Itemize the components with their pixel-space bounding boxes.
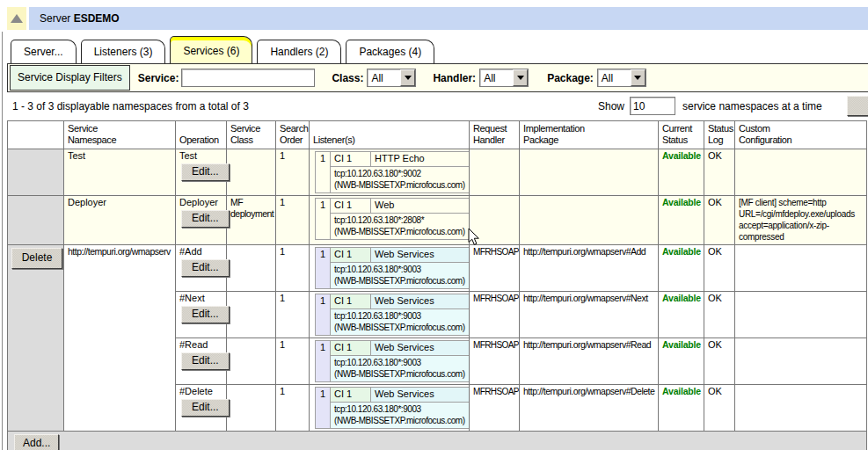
table-footer: Add... bbox=[8, 432, 867, 450]
operation-cell: #DeleteEdit... bbox=[176, 385, 227, 432]
operation-cell: #NextEdit... bbox=[176, 292, 227, 338]
service-class-cell bbox=[227, 149, 276, 196]
implementation-cell bbox=[520, 196, 659, 245]
custom-config-cell bbox=[735, 245, 867, 292]
tab-listeners[interactable]: Listeners (3) bbox=[81, 40, 166, 64]
listener-ci: CI 1 bbox=[331, 294, 371, 309]
tab-server[interactable]: Server... bbox=[11, 40, 77, 64]
listener-box: 1 CI 1 Web Services tcp:10.120.63.180*:9… bbox=[315, 294, 470, 336]
tab-handlers[interactable]: Handlers (2) bbox=[257, 40, 341, 64]
header-status-log: Status Log bbox=[704, 121, 735, 149]
class-filter-label: Class: bbox=[332, 72, 363, 84]
listener-box: 1 CI 1 HTTP Echo tcp:10.120.63.180*:9002… bbox=[315, 151, 470, 193]
listener-box: 1 CI 1 Web tcp:10.120.63.180*:2808*(NWB-… bbox=[315, 198, 470, 240]
implementation-cell: http://tempuri.org/wmapserv#Delete bbox=[520, 385, 659, 432]
edit-button[interactable]: Edit... bbox=[181, 210, 230, 228]
show-suffix: service namespaces at a time bbox=[682, 100, 822, 112]
service-class-cell bbox=[227, 292, 276, 338]
services-table: Service Namespace Operation Service Clas… bbox=[7, 120, 867, 450]
status-log-cell: OK bbox=[704, 196, 735, 245]
operation-name: #Next bbox=[179, 293, 205, 303]
operation-cell: #ReadEdit... bbox=[176, 338, 227, 385]
mouse-cursor bbox=[468, 228, 480, 246]
package-filter-select[interactable]: All bbox=[597, 69, 646, 87]
service-class-cell bbox=[227, 385, 276, 432]
listener-number: 1 bbox=[316, 341, 331, 382]
package-filter-value: All bbox=[598, 69, 631, 86]
set-button-partial[interactable] bbox=[847, 96, 868, 116]
namespace-cell: Test bbox=[64, 149, 176, 196]
request-handler-cell: MFRHSOAP bbox=[470, 292, 520, 338]
status-log-cell: OK bbox=[704, 385, 735, 432]
listeners-cell: 1 CI 1 Web Services tcp:10.120.63.180*:9… bbox=[310, 292, 470, 338]
service-filter-input[interactable] bbox=[181, 69, 315, 87]
edit-button[interactable]: Edit... bbox=[181, 399, 230, 417]
listener-box: 1 CI 1 Web Services tcp:10.120.63.180*:9… bbox=[315, 340, 470, 382]
header-request-handler: Request Handler bbox=[470, 121, 520, 149]
current-status-cell: Available bbox=[659, 292, 704, 338]
service-class-cell: MF deployment bbox=[227, 196, 276, 245]
collapse-button[interactable] bbox=[7, 7, 26, 30]
edit-button[interactable]: Edit... bbox=[181, 259, 230, 277]
status-log-cell: OK bbox=[704, 149, 735, 196]
tab-bar: Server... Listeners (3) Services (6) Han… bbox=[11, 38, 434, 64]
handler-filter-value: All bbox=[480, 69, 513, 86]
service-class-cell bbox=[227, 245, 276, 292]
edit-button[interactable]: Edit... bbox=[181, 163, 230, 181]
listener-address: tcp:10.120.63.180*:9003(NWB-MBISSETXP.mi… bbox=[331, 403, 470, 429]
search-order-cell: 1 bbox=[276, 245, 310, 292]
listener-type: Web bbox=[371, 199, 470, 214]
delete-button[interactable]: Delete bbox=[11, 248, 62, 269]
operation-name: #Add bbox=[179, 246, 202, 257]
header-actions bbox=[8, 121, 64, 149]
status-log-cell: OK bbox=[704, 338, 735, 385]
handler-filter-label: Handler: bbox=[433, 72, 476, 84]
listener-type: Web Services bbox=[371, 248, 470, 263]
class-filter-select[interactable]: All bbox=[367, 69, 416, 87]
status-log-cell: OK bbox=[704, 292, 735, 338]
search-order-cell: 1 bbox=[276, 385, 310, 432]
header-search-order: Search Order bbox=[276, 121, 310, 149]
edit-button[interactable]: Edit... bbox=[181, 352, 230, 370]
tab-services[interactable]: Services (6) bbox=[170, 36, 252, 64]
listener-number: 1 bbox=[316, 199, 331, 240]
show-label: Show bbox=[598, 100, 624, 112]
edit-button[interactable]: Edit... bbox=[181, 306, 230, 323]
triangle-up-icon bbox=[11, 14, 23, 23]
class-dropdown-button[interactable] bbox=[400, 69, 415, 86]
actions-cell bbox=[8, 196, 64, 245]
request-handler-cell bbox=[470, 149, 520, 196]
handler-dropdown-button[interactable] bbox=[513, 69, 528, 86]
listener-address: tcp:10.120.63.180*:9003(NWB-MBISSETXP.mi… bbox=[331, 309, 470, 336]
show-count-input[interactable] bbox=[630, 97, 675, 115]
table-row: Delete http://tempuri.org/wmapserv #AddE… bbox=[8, 245, 867, 292]
service-class-cell bbox=[227, 338, 276, 385]
operation-cell: DeployerEdit... bbox=[176, 196, 227, 245]
listener-number: 1 bbox=[316, 294, 331, 336]
server-title: Server ESDEMO bbox=[29, 7, 868, 30]
listeners-cell: 1 CI 1 Web Services tcp:10.120.63.180*:9… bbox=[310, 385, 470, 432]
service-filter-label: Service: bbox=[138, 72, 179, 84]
actions-cell bbox=[8, 149, 64, 196]
request-handler-cell: MFRHSOAP bbox=[470, 245, 520, 292]
current-status-cell: Available bbox=[659, 149, 704, 196]
handler-filter-select[interactable]: All bbox=[479, 69, 529, 87]
tab-packages[interactable]: Packages (4) bbox=[346, 40, 434, 64]
current-status-cell: Available bbox=[659, 385, 704, 432]
page: Server ESDEMO Server... Listeners (3) Se… bbox=[0, 0, 868, 450]
listener-ci: CI 1 bbox=[331, 388, 371, 403]
header-service-namespace: Service Namespace bbox=[64, 121, 176, 149]
add-button[interactable]: Add... bbox=[14, 434, 59, 450]
listeners-cell: 1 CI 1 Web tcp:10.120.63.180*:2808*(NWB-… bbox=[310, 196, 470, 245]
listener-box: 1 CI 1 Web Services tcp:10.120.63.180*:9… bbox=[315, 247, 470, 289]
request-handler-cell: MFRHSOAP bbox=[470, 385, 520, 432]
listener-type: HTTP Echo bbox=[371, 152, 470, 167]
results-summary: 1 - 3 of 3 displayable namespaces from a… bbox=[12, 100, 249, 112]
implementation-cell bbox=[520, 149, 659, 196]
header-operation: Operation bbox=[176, 121, 227, 149]
search-order-cell: 1 bbox=[276, 149, 310, 196]
request-handler-cell: MFRHSOAP bbox=[470, 338, 520, 385]
header-implementation-package: Implementation Package bbox=[520, 121, 659, 149]
package-dropdown-button[interactable] bbox=[631, 69, 646, 86]
title-bar: Server ESDEMO bbox=[7, 7, 868, 30]
